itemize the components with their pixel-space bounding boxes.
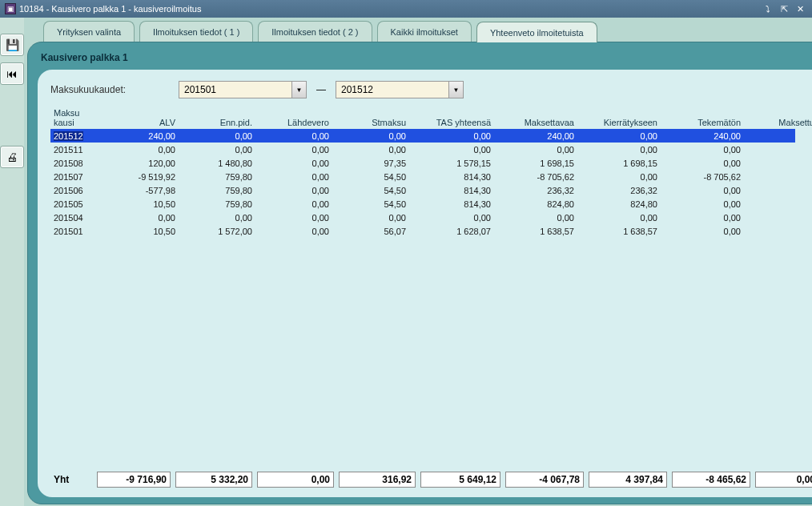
cell-enn: 0,00 [179,143,255,156]
cell-tek: -8 705,62 [661,170,744,183]
tab-1[interactable]: Ilmoituksen tiedot ( 1 ) [139,21,253,42]
cell-maksettavaa: 0,00 [494,211,577,224]
table-row[interactable]: 201507-9 519,92759,800,0054,50814,30-8 7… [50,170,795,183]
col-header-h4[interactable]: Stmaksu [332,105,409,129]
cell-enn: 759,80 [179,170,255,183]
print-button[interactable]: 🖨 [0,146,24,168]
table-row[interactable]: 201506-577,98759,800,0054,50814,30236,32… [50,183,795,197]
cell-tek: 0,00 [661,143,744,156]
cell-enn: 1 480,80 [179,156,255,170]
cell-alv: 10,50 [105,224,179,238]
col-header-h8[interactable]: Tekemätön [661,105,744,129]
table-row[interactable]: 201508120,001 480,800,0097,351 578,151 6… [50,156,795,170]
cell-alv: 10,50 [105,197,179,211]
maximize-icon[interactable]: ⇱ [777,2,791,15]
exit-button[interactable]: ⏮ [0,62,24,85]
tab-bar: Yrityksen valintaIlmoituksen tiedot ( 1 … [27,18,812,42]
cell-tas: 0,00 [409,129,494,143]
window-titlebar: ▣ 10184 - Kausivero palkka 1 - kausivero… [0,0,812,18]
cell-tas: 814,30 [409,170,494,183]
col-header-h5[interactable]: TAS yhteensä [409,105,494,129]
cell-lahde: 0,00 [255,156,332,170]
col-header-h3[interactable]: Lähdevero [255,105,332,129]
cell-lahde: 0,00 [255,143,332,156]
table-row[interactable]: 20150110,501 572,000,0056,071 628,071 63… [50,224,795,238]
cell-kier: 0,00 [577,170,661,183]
cell-lahde: 0,00 [255,129,332,143]
table-row[interactable]: 201512240,000,000,000,000,00240,000,0024… [50,129,795,143]
total-maksettu: 0,00 [755,472,812,488]
period-to-combo[interactable]: 201512 ▼ [336,81,464,98]
cell-tas: 0,00 [409,211,494,224]
close-icon[interactable]: ✕ [793,2,807,15]
total-tek: -8 465,62 [672,472,750,488]
cell-kausi: 201504 [50,211,105,224]
table-row[interactable]: 20150510,50759,800,0054,50814,30824,8082… [50,197,795,211]
cell-maksettu: 0,00 [744,156,795,170]
col-header-h2[interactable]: Enn.pid. [179,105,255,129]
cell-alv: 0,00 [105,143,179,156]
cell-enn: 1 572,00 [179,224,255,238]
summary-panel: Kausivero palkka 1 Maksukuukaudet: 20150… [27,42,812,504]
cell-alv: 120,00 [105,156,179,170]
panel-title: Kausivero palkka 1 [41,52,812,63]
cell-lahde: 0,00 [255,183,332,197]
summary-grid: MaksukausiALVEnn.pid.LähdeveroStmaksuTAS… [50,105,795,464]
period-separator: — [315,84,328,95]
total-lahde: 0,00 [257,472,334,488]
app-icon: ▣ [5,3,16,14]
col-header-h7[interactable]: Kierrätykseen [577,105,661,129]
cell-enn: 759,80 [179,183,255,197]
cell-st: 0,00 [332,211,409,224]
table-row[interactable]: 2015110,000,000,000,000,000,000,000,000,… [50,143,795,156]
cell-tas: 0,00 [409,143,494,156]
chevron-down-icon[interactable]: ▼ [448,82,463,98]
cell-maksettavaa: 824,80 [494,197,577,211]
cell-kier: 0,00 [577,129,661,143]
period-from-combo[interactable]: 201501 ▼ [179,81,307,98]
cell-lahde: 0,00 [255,170,332,183]
left-toolbar: 💾 ⏮ 🖨 [0,18,24,506]
cell-alv: -577,98 [105,183,179,197]
cell-tas: 1 628,07 [409,224,494,238]
cell-kausi: 201511 [50,143,105,156]
grid-scroll-area[interactable]: 201512240,000,000,000,000,00240,000,0024… [50,129,795,464]
cell-tas: 814,30 [409,183,494,197]
tab-4[interactable]: Yhteenveto ilmoitetuista [476,22,597,42]
tab-3[interactable]: Kaikki ilmoitukset [377,21,472,42]
cell-maksettu: 0,00 [744,129,795,143]
cell-kier: 0,00 [577,143,661,156]
tab-2[interactable]: Ilmoituksen tiedot ( 2 ) [258,21,372,42]
cell-lahde: 0,00 [255,197,332,211]
totals-row: Yht -9 716,90 5 332,20 0,00 316,92 5 649… [50,472,812,488]
col-header-h0[interactable]: Maksukausi [50,105,105,129]
minimize-icon[interactable]: ⤵ [761,2,775,15]
chevron-down-icon[interactable]: ▼ [291,82,306,98]
cell-tek: 0,00 [661,183,744,197]
cell-kausi: 201507 [50,170,105,183]
cell-maksettavaa: 1 698,15 [494,156,577,170]
cell-maksettavaa: 0,00 [494,143,577,156]
col-header-h1[interactable]: ALV [105,105,179,129]
cell-lahde: 0,00 [255,224,332,238]
tab-0[interactable]: Yrityksen valinta [43,21,135,42]
cell-maksettavaa: 1 638,57 [494,224,577,238]
cell-kausi: 201512 [50,129,105,143]
cell-tek: 240,00 [661,129,744,143]
cell-alv: -9 519,92 [105,170,179,183]
total-alv: -9 716,90 [97,472,171,488]
total-enn: 5 332,20 [175,472,252,488]
cell-tek: 0,00 [661,211,744,224]
cell-kier: 1 698,15 [577,156,661,170]
total-st: 316,92 [339,472,416,488]
table-row[interactable]: 2015040,000,000,000,000,000,000,000,000,… [50,211,795,224]
cell-st: 54,50 [332,183,409,197]
cell-maksettu: 0,00 [744,143,795,156]
col-header-h9[interactable]: Maksettu [744,105,812,129]
cell-kausi: 201506 [50,183,105,197]
cell-kausi: 201505 [50,197,105,211]
col-header-h6[interactable]: Maksettavaa [494,105,577,129]
cell-enn: 0,00 [179,129,255,143]
cell-tek: 0,00 [661,224,744,238]
save-button[interactable]: 💾 [0,34,24,56]
